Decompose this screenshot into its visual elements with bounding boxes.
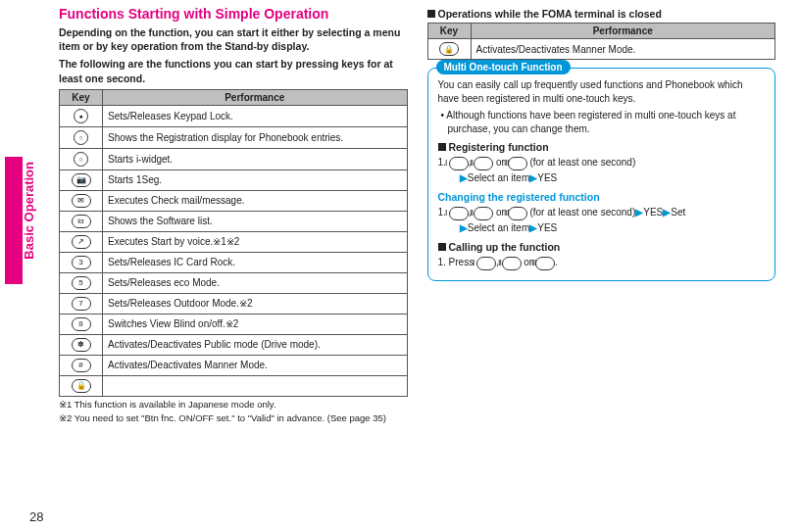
square-bullet-icon: [438, 243, 446, 251]
table-row: ✉Executes Check mail/message.: [60, 190, 408, 211]
lock-key-icon: 🔒: [439, 42, 459, 56]
table-row: ●Sets/Releases Keypad Lock.: [60, 105, 408, 126]
table-row: 📷Starts 1Seg.: [60, 169, 408, 190]
hash-key-icon: #: [72, 359, 91, 372]
box-bullet-text: Although functions have been registered …: [446, 110, 735, 134]
key-III-icon: Ⅲ: [508, 207, 527, 220]
num3-key-icon: 3: [72, 256, 91, 269]
left-column: Functions Starting with Simple Operation…: [39, 0, 418, 532]
yes-label: YES: [537, 172, 557, 183]
box-title: Multi One-touch Function: [436, 60, 571, 74]
perf-cell: Activates/Deactivates Manner Mode.: [471, 39, 775, 60]
closed-terminal-head-text: Operations while the FOMA terminal is cl…: [438, 8, 662, 20]
square-bullet-icon: [438, 143, 446, 151]
mail-key-icon: ✉: [72, 194, 91, 208]
period: .: [555, 257, 558, 267]
perf-cell: Executes Start by voice.※1※2: [103, 231, 408, 252]
box-bullet: • Although functions have been registere…: [438, 109, 766, 135]
num7-key-icon: 7: [72, 297, 91, 311]
table-row: 7Sets/Releases Outdoor Mode.※2: [60, 293, 408, 314]
select-item: Select an item: [468, 222, 529, 233]
th-performance: Performance: [103, 89, 408, 105]
calling-function-head: Calling up the function: [438, 241, 766, 253]
registering-function-head: Registering function: [438, 141, 766, 153]
ialpha-key-icon: iα: [72, 215, 91, 228]
perf-cell: Executes Check mail/message.: [103, 190, 408, 211]
perf-cell: Activates/Deactivates Manner Mode.: [103, 355, 408, 375]
table-row: ○Shows the Registration display for Phon…: [60, 126, 408, 148]
step-tail: (for at least one second): [527, 207, 636, 218]
th-key: Key: [427, 24, 471, 39]
perf-cell: Sets/Releases Keypad Lock.: [103, 105, 408, 126]
press-label: 1. Press: [438, 257, 476, 267]
table-row: ✽Activates/Deactivates Public mode (Driv…: [60, 334, 408, 355]
reg-step-1: 1. Ⅰ, Ⅱ or Ⅲ (for at least one second) ▶…: [438, 155, 766, 185]
arrow-icon: ▶: [460, 222, 468, 233]
th-performance: Performance: [471, 24, 775, 39]
table-row: ○Starts i-widget.: [60, 148, 408, 169]
perf-cell: Shows the Software list.: [103, 211, 408, 231]
key-icon: ●: [74, 109, 88, 123]
key-icon: ○: [74, 130, 88, 145]
table-row: 🔒 Activates/Deactivates Manner Mode.: [427, 39, 775, 60]
tab-color-block: [5, 157, 23, 284]
call-step-1: 1. Press Ⅰ, Ⅱ or Ⅲ.: [438, 255, 766, 270]
key-icon: ○: [74, 152, 88, 167]
key-II-icon: Ⅱ: [474, 157, 493, 170]
perf-cell: [103, 375, 408, 396]
table-row: 8Switches View Blind on/off.※2: [60, 314, 408, 334]
table-row: ↗Executes Start by voice.※1※2: [60, 231, 408, 252]
changing-function-head: Changing the registered function: [438, 191, 766, 203]
star-key-icon: ✽: [72, 338, 91, 352]
key-II-icon: Ⅱ: [474, 207, 493, 220]
perf-cell: Shows the Registration display for Phone…: [103, 126, 408, 148]
intro-para-2: The following are the functions you can …: [59, 57, 408, 84]
side-tab: Basic Operation: [0, 0, 39, 532]
call-key-icon: ↗: [72, 235, 91, 249]
right-column: Operations while the FOMA terminal is cl…: [418, 0, 786, 532]
camera-key-icon: 📷: [72, 173, 91, 187]
key-II-icon: Ⅱ: [502, 257, 522, 270]
key-I-icon: Ⅰ: [449, 207, 469, 220]
num5-key-icon: 5: [72, 276, 91, 290]
footnote-2: ※2 You need to set "Btn fnc. ON/OFF set.…: [59, 412, 408, 424]
section-title: Functions Starting with Simple Operation: [59, 6, 408, 22]
num8-key-icon: 8: [72, 317, 91, 331]
perf-cell: Sets/Releases IC Card Rock.: [103, 252, 408, 272]
closed-terminal-head: Operations while the FOMA terminal is cl…: [427, 8, 776, 20]
table-row: iαShows the Software list.: [60, 211, 408, 231]
intro-para-1: Depending on the function, you can start…: [59, 25, 408, 53]
closed-key-table: Key Performance 🔒 Activates/Deactivates …: [427, 23, 776, 60]
set-label: Set: [671, 207, 685, 218]
perf-cell: Sets/Releases eco Mode.: [103, 272, 408, 293]
perf-cell: Starts i-widget.: [103, 148, 408, 169]
yes-label: YES: [643, 207, 663, 218]
perf-cell: Activates/Deactivates Public mode (Drive…: [103, 334, 408, 355]
table-row: 🔒: [60, 375, 408, 396]
perf-cell: Starts 1Seg.: [103, 169, 408, 190]
table-row: 5Sets/Releases eco Mode.: [60, 272, 408, 293]
arrow-icon: ▶: [460, 172, 468, 183]
th-key: Key: [60, 89, 103, 105]
yes-label: YES: [537, 222, 557, 233]
tab-label: Basic Operation: [22, 162, 36, 260]
page-number: 28: [29, 509, 43, 524]
key-performance-table: Key Performance ●Sets/Releases Keypad Lo…: [59, 89, 408, 397]
key-III-icon: Ⅲ: [535, 257, 555, 270]
box-intro: You can easily call up frequently used f…: [438, 78, 766, 105]
table-row: 3Sets/Releases IC Card Rock.: [60, 252, 408, 272]
select-item: Select an item: [468, 172, 529, 183]
key-I-icon: Ⅰ: [476, 257, 496, 270]
perf-cell: Sets/Releases Outdoor Mode.※2: [103, 293, 408, 314]
square-bullet-icon: [427, 10, 435, 18]
step-tail: (for at least one second): [527, 157, 636, 168]
perf-cell: Switches View Blind on/off.※2: [103, 314, 408, 334]
multi-onetouch-box: Multi One-touch Function You can easily …: [427, 68, 776, 281]
chg-step-1: 1. Ⅰ, Ⅱ or Ⅲ (for at least one second)▶Y…: [438, 205, 766, 235]
key-I-icon: Ⅰ: [449, 157, 469, 170]
footnote-1: ※1 This function is available in Japanes…: [59, 399, 408, 411]
lock-key-icon: 🔒: [72, 379, 91, 393]
table-row: #Activates/Deactivates Manner Mode.: [60, 355, 408, 375]
calling-function-text: Calling up the function: [449, 241, 561, 253]
key-III-icon: Ⅲ: [508, 157, 527, 170]
